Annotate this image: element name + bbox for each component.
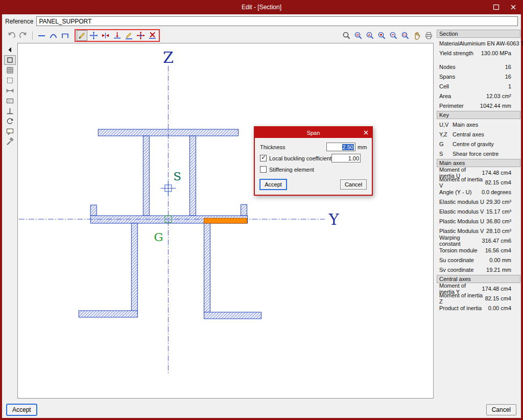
maximize-button[interactable] xyxy=(491,3,501,12)
span-dialog-accept-button[interactable]: Accept xyxy=(260,179,287,190)
edit-thickness-icon[interactable] xyxy=(77,30,87,41)
panel-row: Nodes16 xyxy=(437,62,520,72)
rotate-icon[interactable] xyxy=(4,116,16,126)
thickness-input[interactable]: 2.50 xyxy=(326,143,355,151)
redo-icon[interactable] xyxy=(18,30,29,41)
panel-row-value: 174.48 cm4 xyxy=(482,286,520,292)
section-outline xyxy=(79,129,261,319)
span-dialog-close-button[interactable] xyxy=(363,127,369,138)
highlighted-span xyxy=(204,218,247,223)
panel-row: Moment of inertia Z82.15 cm4 xyxy=(437,293,520,303)
dimension-icon[interactable] xyxy=(4,86,16,96)
panel-row: Su coordinate0.00 mm xyxy=(437,255,520,265)
span-dialog-cancel-button[interactable]: Cancel xyxy=(340,179,367,190)
arc-tool-icon[interactable] xyxy=(48,30,59,41)
panel-key-row: U,VMain axes xyxy=(437,120,520,129)
panel-row-value: 16 xyxy=(505,74,520,80)
panel-row-label: Elastic modulus V xyxy=(439,208,484,215)
buckling-input[interactable]: 1.00 xyxy=(331,154,361,162)
stiffening-label: Stiffening element xyxy=(269,167,367,173)
zoom-extents-icon[interactable]: A xyxy=(365,30,375,41)
grid-icon[interactable] xyxy=(4,65,16,75)
panel-row-label: Su coordinate xyxy=(439,257,474,263)
cancel-button[interactable]: Cancel xyxy=(486,404,516,415)
panel-row-value: 16 xyxy=(505,64,520,70)
panel-row-label: Product of inertia xyxy=(439,305,482,311)
merge-nodes-icon[interactable] xyxy=(100,30,111,41)
thickness-value: 2.50 xyxy=(342,144,354,150)
insert-node-icon[interactable] xyxy=(112,30,123,41)
move-node-icon[interactable] xyxy=(88,30,99,41)
gravity-centre-label: G xyxy=(154,230,163,244)
buckling-value: 1.00 xyxy=(348,155,359,161)
drawing-canvas[interactable]: Z Y S G Span xyxy=(17,43,434,399)
panel-row-label: Angle (Y - U) xyxy=(439,189,471,195)
label-icon[interactable] xyxy=(4,96,16,106)
node-tool-icon[interactable] xyxy=(4,55,16,65)
reference-row: Reference xyxy=(2,14,521,28)
panel-row-value: Aluminium EN AW-6063 T5 xyxy=(459,40,523,46)
span-dialog-title: Span xyxy=(307,130,320,136)
span-dialog-titlebar[interactable]: Span xyxy=(255,127,372,138)
annotation-icon[interactable] xyxy=(4,127,16,136)
panel-row: Area12.03 cm² xyxy=(437,91,520,101)
panel-row-value: 36.80 cm³ xyxy=(486,218,520,224)
panel-row: Perimeter1042.44 mm xyxy=(437,101,520,110)
panel-row-value: 82.15 cm4 xyxy=(485,295,520,301)
edit-span-icon[interactable] xyxy=(124,30,134,41)
undo-icon[interactable] xyxy=(6,30,17,41)
thickness-unit: mm xyxy=(355,144,367,150)
panel-row: Warping constant316.47 cm6 xyxy=(437,236,520,245)
thickness-label: Thickness xyxy=(260,144,326,150)
svg-text:A: A xyxy=(368,33,371,37)
svg-text:R: R xyxy=(356,33,359,37)
key-symbol: S xyxy=(439,151,453,157)
key-symbol: G xyxy=(439,141,453,147)
panel-row-label: Elastic modulus U xyxy=(439,199,484,205)
reference-input[interactable] xyxy=(36,16,518,26)
panel-row-label: Moment of inertia Z xyxy=(439,292,485,305)
polyline-tool-icon[interactable] xyxy=(60,30,70,41)
section-drawing: Z Y S G xyxy=(18,43,433,398)
stiffening-row: Stiffening element xyxy=(260,165,367,174)
zoom-in-icon[interactable] xyxy=(376,30,387,41)
panel-row-label: Plastic Modulus V xyxy=(439,228,484,234)
move-span-icon[interactable] xyxy=(135,30,146,41)
stiffening-checkbox[interactable] xyxy=(260,166,267,173)
panel-row-label: Plastic Modulus U xyxy=(439,218,484,224)
region-select-icon[interactable] xyxy=(4,76,16,85)
main-toolbar: RA xyxy=(2,28,436,43)
panel-row-value: 0.00 cm4 xyxy=(488,305,520,311)
panel-row-label: Perimeter xyxy=(439,103,464,109)
panel-row: Cell1 xyxy=(437,81,520,91)
close-button[interactable] xyxy=(509,3,518,12)
print-icon[interactable] xyxy=(423,30,434,41)
delete-span-icon[interactable] xyxy=(147,30,158,41)
buckling-checkbox[interactable] xyxy=(260,155,267,161)
panel-row-label: Warping constant xyxy=(439,235,482,247)
panel-row-label: Material xyxy=(439,40,459,46)
axis-y-label: Y xyxy=(328,211,340,228)
panel-row-value: 316.47 cm6 xyxy=(482,238,520,244)
pan-icon[interactable] xyxy=(412,30,422,41)
titlebar[interactable]: Edit - [Section] xyxy=(0,0,523,14)
panel-row-label: Area xyxy=(439,93,451,99)
key-symbol: U,V xyxy=(439,122,453,128)
accept-button[interactable]: Accept xyxy=(7,404,37,415)
collapse-icon[interactable] xyxy=(4,45,16,55)
perpendicular-icon[interactable] xyxy=(4,106,16,116)
zoom-window-icon[interactable]: R xyxy=(353,30,364,41)
panel-row-value: 12.03 cm² xyxy=(486,93,520,99)
panel-row-label: Cell xyxy=(439,83,449,89)
panel-row-value: 1 xyxy=(508,83,520,89)
tools-icon[interactable] xyxy=(4,137,16,147)
zoom-selection-icon[interactable] xyxy=(400,30,411,41)
panel-section-header: Section xyxy=(437,30,520,38)
panel-row-value: 1042.44 mm xyxy=(480,103,520,109)
properties-panel: SectionMaterialAluminium EN AW-6063 T5Yi… xyxy=(436,28,521,401)
panel-row-value: 0.00 mm xyxy=(489,257,520,263)
line-tool-icon[interactable] xyxy=(36,30,47,41)
toolbar-separator xyxy=(32,31,33,40)
search-icon[interactable] xyxy=(341,30,352,41)
zoom-out-icon[interactable] xyxy=(388,30,399,41)
